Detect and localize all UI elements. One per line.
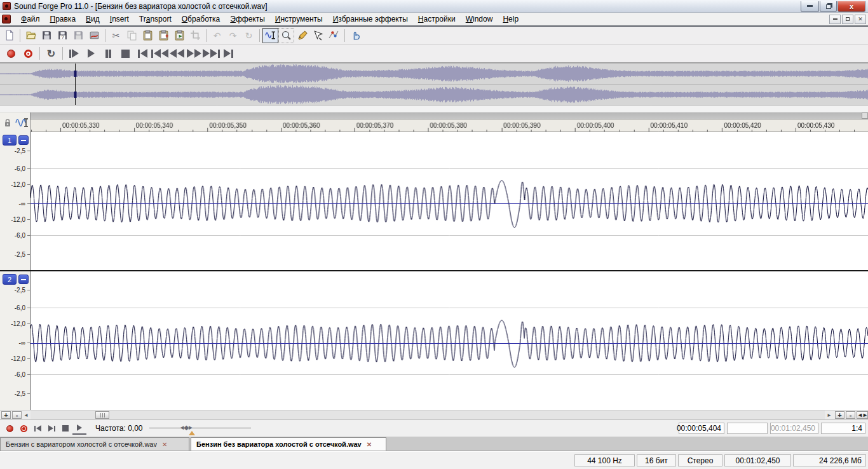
- trim-icon[interactable]: [187, 28, 203, 43]
- magnify-tool-icon[interactable]: [278, 28, 294, 43]
- menu-3[interactable]: Вид: [81, 13, 105, 25]
- mdi-close-button[interactable]: ✕: [855, 15, 866, 24]
- menu-1[interactable]: Файл: [16, 13, 45, 25]
- time-ruler[interactable]: [31, 119, 868, 132]
- cut-icon[interactable]: ✂: [108, 28, 124, 43]
- toolbar-separator: [206, 29, 207, 42]
- toolbar-separator: [344, 29, 345, 42]
- save-all-icon[interactable]: [71, 28, 86, 43]
- rewind-button[interactable]: [168, 46, 186, 61]
- rate-slider[interactable]: ◄◆►: [149, 422, 251, 435]
- menu-11[interactable]: Window: [461, 13, 498, 25]
- transport-toolbar: ↻: [0, 44, 868, 63]
- channel-2-waveform[interactable]: [31, 271, 868, 410]
- posbar-end-box[interactable]: [862, 112, 868, 119]
- scrollbar-thumb[interactable]: [95, 411, 109, 419]
- db-scale-tick: [27, 374, 30, 375]
- tab-close-icon[interactable]: ✕: [162, 441, 167, 448]
- rate-slider-track[interactable]: [149, 428, 251, 428]
- mini-go-to-end-button[interactable]: [44, 422, 58, 435]
- channel-1-badge[interactable]: 1: [3, 135, 17, 146]
- fast-forward-button[interactable]: [186, 46, 203, 61]
- undo-icon[interactable]: ↶: [209, 28, 225, 43]
- event-tool-icon[interactable]: [310, 28, 326, 43]
- mini-record-button[interactable]: [3, 422, 17, 435]
- mini-stop-button[interactable]: [58, 422, 72, 435]
- zoom-out-vertical-button[interactable]: -: [12, 411, 22, 419]
- go-to-end-button[interactable]: [220, 46, 237, 61]
- mdi-minimize-button[interactable]: [829, 15, 841, 24]
- stop-button[interactable]: [117, 46, 134, 61]
- menu-10[interactable]: Настройки: [413, 13, 461, 25]
- touch-tool-icon[interactable]: [348, 28, 363, 43]
- paste-to-new-icon[interactable]: [172, 28, 187, 43]
- scrollbar-track[interactable]: [31, 411, 825, 419]
- zoom-ratio-display[interactable]: 1:4: [821, 423, 865, 434]
- mini-play-button[interactable]: [72, 422, 86, 435]
- edit-tool-icon[interactable]: [262, 28, 278, 43]
- channel-2-badge[interactable]: 2: [3, 274, 17, 285]
- tab-1[interactable]: Бензин с вариатором холостой с отсечкой.…: [0, 437, 189, 451]
- tab-2[interactable]: Бензин без вариатора холостой с отсечкой…: [191, 437, 386, 451]
- loop-playback-button[interactable]: ↻: [43, 46, 60, 61]
- restore-button[interactable]: [820, 1, 837, 12]
- record-remote-button[interactable]: [20, 46, 37, 61]
- zoom-fit-button[interactable]: ◄►: [857, 411, 868, 419]
- play-button[interactable]: [83, 46, 100, 61]
- mini-go-to-start-button[interactable]: [31, 422, 44, 435]
- publish-icon[interactable]: [86, 28, 102, 43]
- length-display[interactable]: 00:01:02,450: [770, 423, 818, 434]
- channel-1-minimize-button[interactable]: [18, 135, 29, 145]
- copy-icon[interactable]: [124, 28, 140, 43]
- mdi-restore-button[interactable]: [842, 15, 853, 24]
- mini-record-remote-button[interactable]: [17, 422, 31, 435]
- save-as-icon[interactable]: ?: [55, 28, 71, 43]
- menu-6[interactable]: Обработка: [177, 13, 226, 25]
- go-to-start-button[interactable]: [134, 46, 151, 61]
- menu-7[interactable]: Эффекты: [225, 13, 270, 25]
- ruler-main: [31, 112, 868, 132]
- save-icon[interactable]: [39, 28, 55, 43]
- paste-icon[interactable]: [140, 28, 156, 43]
- document-icon[interactable]: [2, 15, 11, 24]
- channel-2-minimize-button[interactable]: [18, 275, 29, 284]
- play-all-button[interactable]: [65, 46, 83, 61]
- envelope-tool-icon[interactable]: [326, 28, 342, 43]
- scroll-right-arrow[interactable]: ►: [825, 411, 834, 419]
- zoom-in-vertical-button[interactable]: +: [1, 411, 11, 419]
- previous-marker-button[interactable]: [151, 46, 168, 61]
- pause-button[interactable]: [100, 46, 117, 61]
- scroll-left-arrow[interactable]: ◄: [22, 411, 31, 419]
- menu-9[interactable]: Избранные эффекты: [328, 13, 413, 25]
- minimize-button[interactable]: [801, 1, 819, 12]
- menu-12[interactable]: Help: [498, 13, 524, 25]
- menu-8[interactable]: Инструменты: [270, 13, 328, 25]
- next-marker-button[interactable]: [203, 46, 220, 61]
- repeat-icon[interactable]: ↻: [241, 28, 257, 43]
- window-controls: x: [800, 1, 868, 12]
- overview-waveform[interactable]: [0, 63, 868, 105]
- position-indicator-bar[interactable]: [31, 112, 868, 119]
- record-button[interactable]: [3, 46, 20, 61]
- new-file-icon[interactable]: [1, 28, 17, 43]
- close-button[interactable]: x: [837, 1, 865, 12]
- selection-display[interactable]: [727, 423, 768, 434]
- pencil-tool-icon[interactable]: [294, 28, 310, 43]
- open-file-icon[interactable]: [23, 28, 39, 43]
- channel-1-waveform[interactable]: [31, 132, 868, 270]
- rate-slider-handle[interactable]: ◄◆►: [179, 424, 193, 431]
- rate-marker-icon: [189, 431, 195, 435]
- menu-4[interactable]: Insert: [105, 13, 134, 25]
- zoom-out-horizontal-button[interactable]: -: [846, 411, 855, 419]
- db-scale-label: -12,0: [11, 181, 25, 188]
- cursor-position-display[interactable]: 00:00:05,404: [679, 423, 724, 434]
- menu-5[interactable]: Transport: [134, 13, 177, 25]
- overview-canvas[interactable]: [0, 63, 868, 105]
- paste-special-icon[interactable]: [156, 28, 172, 43]
- lock-icon[interactable]: [4, 118, 11, 127]
- zoom-in-horizontal-button[interactable]: +: [835, 411, 844, 419]
- redo-icon[interactable]: ↷: [225, 28, 241, 43]
- tab-close-icon[interactable]: ✕: [367, 441, 372, 448]
- menu-2[interactable]: Правка: [45, 13, 81, 25]
- edit-tool-indicator-icon[interactable]: [15, 118, 29, 128]
